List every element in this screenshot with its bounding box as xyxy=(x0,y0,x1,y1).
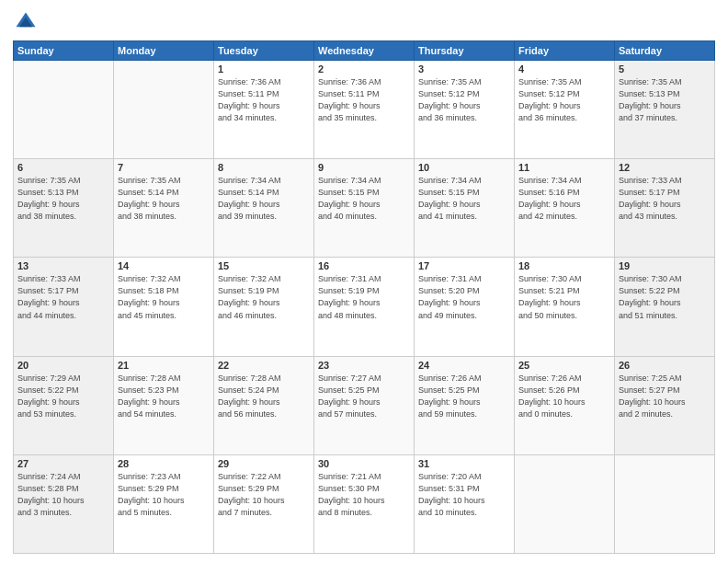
day-info: Sunrise: 7:33 AM Sunset: 5:17 PM Dayligh… xyxy=(17,273,109,321)
day-info: Sunrise: 7:20 AM Sunset: 5:31 PM Dayligh… xyxy=(418,471,510,519)
day-number: 13 xyxy=(17,260,109,271)
day-info: Sunrise: 7:29 AM Sunset: 5:22 PM Dayligh… xyxy=(17,373,109,420)
day-cell: 7Sunrise: 7:35 AM Sunset: 5:14 PM Daylig… xyxy=(114,159,214,258)
day-number: 5 xyxy=(619,63,711,75)
day-info: Sunrise: 7:22 AM Sunset: 5:29 PM Dayligh… xyxy=(218,471,310,519)
day-cell: 21Sunrise: 7:28 AM Sunset: 5:23 PM Dayli… xyxy=(114,356,214,454)
header-row: SundayMondayTuesdayWednesdayThursdayFrid… xyxy=(14,41,715,61)
day-cell: 11Sunrise: 7:34 AM Sunset: 5:16 PM Dayli… xyxy=(515,159,615,258)
day-info: Sunrise: 7:36 AM Sunset: 5:11 PM Dayligh… xyxy=(218,76,310,124)
day-cell: 22Sunrise: 7:28 AM Sunset: 5:24 PM Dayli… xyxy=(214,356,314,454)
day-cell: 25Sunrise: 7:26 AM Sunset: 5:26 PM Dayli… xyxy=(515,356,615,454)
day-cell: 13Sunrise: 7:33 AM Sunset: 5:17 PM Dayli… xyxy=(14,258,114,356)
day-number: 22 xyxy=(218,360,310,371)
day-info: Sunrise: 7:31 AM Sunset: 5:20 PM Dayligh… xyxy=(418,273,510,321)
day-cell: 1Sunrise: 7:36 AM Sunset: 5:11 PM Daylig… xyxy=(214,61,314,159)
day-number: 31 xyxy=(418,458,510,469)
day-number: 8 xyxy=(218,162,310,173)
header-wednesday: Wednesday xyxy=(314,41,415,61)
header-thursday: Thursday xyxy=(415,41,515,61)
day-info: Sunrise: 7:26 AM Sunset: 5:25 PM Dayligh… xyxy=(418,373,510,420)
day-number: 19 xyxy=(619,260,711,271)
header-tuesday: Tuesday xyxy=(214,41,314,61)
day-number: 21 xyxy=(118,360,210,371)
day-cell xyxy=(114,61,214,159)
day-number: 25 xyxy=(518,360,610,371)
day-number: 24 xyxy=(418,360,510,371)
day-cell: 4Sunrise: 7:35 AM Sunset: 5:12 PM Daylig… xyxy=(515,61,615,159)
day-cell: 17Sunrise: 7:31 AM Sunset: 5:20 PM Dayli… xyxy=(415,258,515,356)
day-info: Sunrise: 7:35 AM Sunset: 5:12 PM Dayligh… xyxy=(518,76,610,124)
header xyxy=(13,9,715,35)
day-cell: 9Sunrise: 7:34 AM Sunset: 5:15 PM Daylig… xyxy=(314,159,415,258)
day-cell: 18Sunrise: 7:30 AM Sunset: 5:21 PM Dayli… xyxy=(515,258,615,356)
day-cell xyxy=(14,61,114,159)
day-info: Sunrise: 7:31 AM Sunset: 5:19 PM Dayligh… xyxy=(318,273,410,321)
day-cell: 19Sunrise: 7:30 AM Sunset: 5:22 PM Dayli… xyxy=(615,258,715,356)
day-info: Sunrise: 7:26 AM Sunset: 5:26 PM Dayligh… xyxy=(518,373,610,420)
day-number: 30 xyxy=(318,458,410,469)
day-info: Sunrise: 7:30 AM Sunset: 5:22 PM Dayligh… xyxy=(619,273,711,321)
header-sunday: Sunday xyxy=(14,41,114,61)
day-number: 14 xyxy=(118,260,210,271)
day-number: 23 xyxy=(318,360,410,371)
day-cell: 12Sunrise: 7:33 AM Sunset: 5:17 PM Dayli… xyxy=(615,159,715,258)
day-info: Sunrise: 7:36 AM Sunset: 5:11 PM Dayligh… xyxy=(318,76,410,124)
day-info: Sunrise: 7:35 AM Sunset: 5:12 PM Dayligh… xyxy=(418,76,510,124)
day-number: 10 xyxy=(418,162,510,173)
day-number: 15 xyxy=(218,260,310,271)
day-number: 27 xyxy=(17,458,109,469)
day-number: 3 xyxy=(418,63,510,75)
day-cell: 15Sunrise: 7:32 AM Sunset: 5:19 PM Dayli… xyxy=(214,258,314,356)
day-number: 4 xyxy=(518,63,610,75)
day-info: Sunrise: 7:34 AM Sunset: 5:15 PM Dayligh… xyxy=(418,175,510,223)
day-cell: 5Sunrise: 7:35 AM Sunset: 5:13 PM Daylig… xyxy=(615,61,715,159)
header-friday: Friday xyxy=(515,41,615,61)
day-number: 17 xyxy=(418,260,510,271)
day-number: 29 xyxy=(218,458,310,469)
day-number: 26 xyxy=(619,360,711,371)
day-cell: 28Sunrise: 7:23 AM Sunset: 5:29 PM Dayli… xyxy=(114,454,214,553)
day-number: 9 xyxy=(318,162,410,173)
logo xyxy=(13,9,42,35)
day-info: Sunrise: 7:35 AM Sunset: 5:13 PM Dayligh… xyxy=(619,76,711,124)
day-info: Sunrise: 7:24 AM Sunset: 5:28 PM Dayligh… xyxy=(17,471,109,519)
day-cell: 8Sunrise: 7:34 AM Sunset: 5:14 PM Daylig… xyxy=(214,159,314,258)
day-cell: 30Sunrise: 7:21 AM Sunset: 5:30 PM Dayli… xyxy=(314,454,415,553)
day-info: Sunrise: 7:23 AM Sunset: 5:29 PM Dayligh… xyxy=(118,471,210,519)
day-cell: 26Sunrise: 7:25 AM Sunset: 5:27 PM Dayli… xyxy=(615,356,715,454)
calendar-body: 1Sunrise: 7:36 AM Sunset: 5:11 PM Daylig… xyxy=(14,61,715,554)
day-cell: 23Sunrise: 7:27 AM Sunset: 5:25 PM Dayli… xyxy=(314,356,415,454)
week-row-4: 20Sunrise: 7:29 AM Sunset: 5:22 PM Dayli… xyxy=(14,356,715,454)
day-info: Sunrise: 7:32 AM Sunset: 5:19 PM Dayligh… xyxy=(218,273,310,321)
day-info: Sunrise: 7:34 AM Sunset: 5:14 PM Dayligh… xyxy=(218,175,310,223)
week-row-2: 6Sunrise: 7:35 AM Sunset: 5:13 PM Daylig… xyxy=(14,159,715,258)
day-info: Sunrise: 7:30 AM Sunset: 5:21 PM Dayligh… xyxy=(518,273,610,321)
calendar-table: SundayMondayTuesdayWednesdayThursdayFrid… xyxy=(13,40,715,554)
day-cell xyxy=(515,454,615,553)
day-cell: 16Sunrise: 7:31 AM Sunset: 5:19 PM Dayli… xyxy=(314,258,415,356)
day-number: 12 xyxy=(619,162,711,173)
day-number: 6 xyxy=(17,162,109,173)
day-cell: 20Sunrise: 7:29 AM Sunset: 5:22 PM Dayli… xyxy=(14,356,114,454)
logo-icon xyxy=(13,9,39,35)
day-number: 1 xyxy=(218,63,310,75)
day-cell: 2Sunrise: 7:36 AM Sunset: 5:11 PM Daylig… xyxy=(314,61,415,159)
day-cell: 10Sunrise: 7:34 AM Sunset: 5:15 PM Dayli… xyxy=(415,159,515,258)
day-info: Sunrise: 7:27 AM Sunset: 5:25 PM Dayligh… xyxy=(318,373,410,420)
day-number: 7 xyxy=(118,162,210,173)
day-cell: 14Sunrise: 7:32 AM Sunset: 5:18 PM Dayli… xyxy=(114,258,214,356)
day-cell xyxy=(615,454,715,553)
day-info: Sunrise: 7:35 AM Sunset: 5:14 PM Dayligh… xyxy=(118,175,210,223)
week-row-5: 27Sunrise: 7:24 AM Sunset: 5:28 PM Dayli… xyxy=(14,454,715,553)
header-monday: Monday xyxy=(114,41,214,61)
page: SundayMondayTuesdayWednesdayThursdayFrid… xyxy=(0,0,728,563)
day-number: 16 xyxy=(318,260,410,271)
day-info: Sunrise: 7:34 AM Sunset: 5:15 PM Dayligh… xyxy=(318,175,410,223)
day-cell: 24Sunrise: 7:26 AM Sunset: 5:25 PM Dayli… xyxy=(415,356,515,454)
day-info: Sunrise: 7:35 AM Sunset: 5:13 PM Dayligh… xyxy=(17,175,109,223)
header-saturday: Saturday xyxy=(615,41,715,61)
day-info: Sunrise: 7:21 AM Sunset: 5:30 PM Dayligh… xyxy=(318,471,410,519)
day-number: 28 xyxy=(118,458,210,469)
day-number: 18 xyxy=(518,260,610,271)
